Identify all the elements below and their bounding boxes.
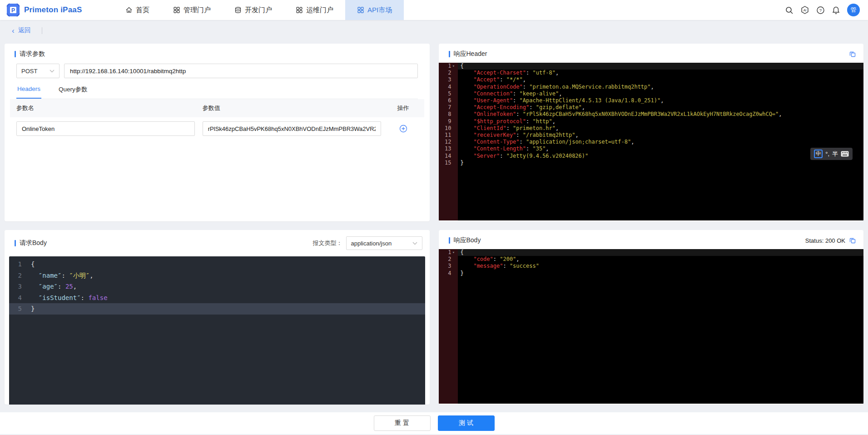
code-line: 7 "Accept-Encoding": "gzip,deflate",: [439, 104, 864, 111]
fold-arrow-icon[interactable]: ▾: [451, 249, 456, 256]
apps-grid-icon: [173, 6, 180, 14]
plus-circle-icon: [399, 125, 407, 133]
nav-actions: AI ? 管: [785, 4, 868, 16]
back-link[interactable]: ‹ 返回: [12, 26, 31, 35]
code-line: 15}: [439, 160, 864, 166]
line-number: 4: [9, 292, 28, 304]
request-params-header: 请求参数: [5, 44, 430, 63]
panel-title: 响应Header: [449, 50, 487, 58]
action-bar: 重 置 测 试: [0, 412, 868, 434]
panel-title: 响应Body: [449, 236, 481, 245]
line-number: 5: [439, 90, 458, 97]
nav-item-api-market[interactable]: API市场: [345, 0, 404, 20]
response-header-head: 响应Header: [439, 44, 864, 63]
ime-chinese-mode-icon[interactable]: 中: [814, 150, 823, 158]
nav-item-ops-portal[interactable]: 运维门户: [284, 0, 345, 20]
line-number: 4: [439, 84, 458, 90]
copy-button[interactable]: [849, 237, 856, 244]
nav-item-dev-portal[interactable]: 开发门户: [223, 0, 284, 20]
apps-grid-icon: [296, 6, 303, 14]
line-number: 1▾: [439, 249, 458, 256]
search-icon[interactable]: [785, 6, 794, 15]
url-input[interactable]: [64, 64, 418, 78]
line-number: 9: [439, 118, 458, 125]
param-value-input[interactable]: [203, 121, 381, 136]
line-number: 3: [439, 76, 458, 83]
nav-item-admin-portal[interactable]: 管理门户: [161, 0, 223, 20]
keyboard-icon[interactable]: [841, 151, 849, 157]
col-param-name: 参数名: [16, 104, 203, 112]
line-number: 1: [9, 259, 28, 270]
code-line: 2 "code": "200",: [439, 256, 864, 263]
main-nav: 首页 管理门户 开发门户 运维门户 API市场: [114, 0, 404, 20]
bell-icon[interactable]: [832, 6, 840, 15]
request-url-row: POST: [16, 64, 418, 78]
response-body-code: 1▾{2 "code": "200",3 "message": "success…: [439, 249, 864, 404]
code-line: 10 "ClientId": "primeton.hr",: [439, 125, 864, 132]
response-header-panel: 响应Header 1▾{2 "Accept-Charset": "utf-8",…: [439, 44, 864, 221]
help-icon[interactable]: ?: [816, 6, 825, 15]
code-line: 5}: [9, 303, 425, 315]
breadcrumb: ‹ 返回: [0, 20, 868, 41]
line-number: 15: [439, 160, 458, 166]
param-name-input[interactable]: [16, 121, 195, 136]
code-line: 1▾{: [439, 249, 864, 256]
table-row: [10, 117, 424, 140]
nav-item-label: 运维门户: [306, 6, 333, 15]
params-table: 参数名 参数值 操作: [10, 99, 424, 140]
top-navbar: P Primeton iPaaS 首页 管理门户 开发门户: [0, 0, 868, 20]
line-number: 2: [439, 70, 458, 76]
tab-query-params[interactable]: Query参数: [58, 85, 89, 99]
line-number: 7: [439, 104, 458, 111]
response-header-code: 1▾{2 "Accept-Charset": "utf-8",3 "Accept…: [439, 63, 864, 220]
code-line: 3 "message": "success": [439, 263, 864, 270]
line-number: 14: [439, 153, 458, 160]
nav-item-home[interactable]: 首页: [114, 0, 161, 20]
nav-item-label: 开发门户: [245, 6, 272, 15]
reset-button[interactable]: 重 置: [374, 415, 431, 431]
chevron-down-icon: [412, 242, 417, 245]
copy-button[interactable]: [849, 50, 856, 58]
code-line: 13 "Content-Length": "35",: [439, 145, 864, 152]
ime-half-width[interactable]: 半: [832, 150, 838, 158]
main-content: 请求参数 POST Headers Query参数 参数名 参数值 操作: [0, 41, 868, 405]
content-type-label: 报文类型：: [313, 239, 342, 247]
line-number: 2: [9, 270, 28, 281]
copy-icon: [849, 237, 856, 244]
line-number: 13: [439, 145, 458, 152]
request-body-head: 请求Body 报文类型： application/json: [5, 230, 430, 255]
params-table-header: 参数名 参数值 操作: [10, 99, 424, 117]
breadcrumb-divider: [42, 27, 42, 34]
brand-name: Primeton iPaaS: [24, 5, 82, 15]
svg-text:P: P: [11, 7, 15, 14]
test-button[interactable]: 测 试: [438, 415, 495, 431]
code-line: 3 "Accept": "*/*",: [439, 76, 864, 83]
user-avatar[interactable]: 管: [847, 4, 860, 16]
back-label: 返回: [18, 26, 31, 35]
method-value: POST: [21, 68, 45, 75]
content-type-select[interactable]: application/json: [346, 236, 422, 250]
ime-punctuation[interactable]: °,: [825, 150, 829, 157]
method-select[interactable]: POST: [16, 64, 60, 78]
response-body-panel: 响应Body Status: 200 OK 1▾{2 "code": "200"…: [439, 230, 864, 405]
panel-title: 请求Body: [15, 239, 47, 247]
tab-headers[interactable]: Headers: [16, 85, 41, 99]
ai-icon[interactable]: AI: [800, 5, 809, 15]
code-line: 2 "Accept-Charset": "utf-8",: [439, 70, 864, 76]
request-body-editor[interactable]: 1{2 ″name″: ″小明″,3 ″age″: 25,4 ″isStuden…: [9, 256, 425, 405]
response-body-head: 响应Body Status: 200 OK: [439, 230, 864, 249]
add-param-button[interactable]: [399, 125, 407, 133]
svg-text:AI: AI: [804, 9, 807, 12]
line-number: 10: [439, 125, 458, 132]
content-type-value: application/json: [351, 240, 408, 247]
fold-arrow-icon[interactable]: ▾: [451, 63, 456, 70]
code-line: 3 ″age″: 25,: [9, 281, 425, 292]
code-line: 1▾{: [439, 63, 864, 70]
line-number: 5: [9, 303, 28, 315]
code-line: 4}: [439, 270, 864, 277]
request-params-panel: 请求参数 POST Headers Query参数 参数名 参数值 操作: [5, 44, 430, 221]
status-badge: Status: 200 OK: [805, 237, 845, 244]
col-actions: 操作: [389, 104, 418, 112]
col-param-value: 参数值: [203, 104, 389, 112]
code-line: 2 ″name″: ″小明″,: [9, 270, 425, 281]
